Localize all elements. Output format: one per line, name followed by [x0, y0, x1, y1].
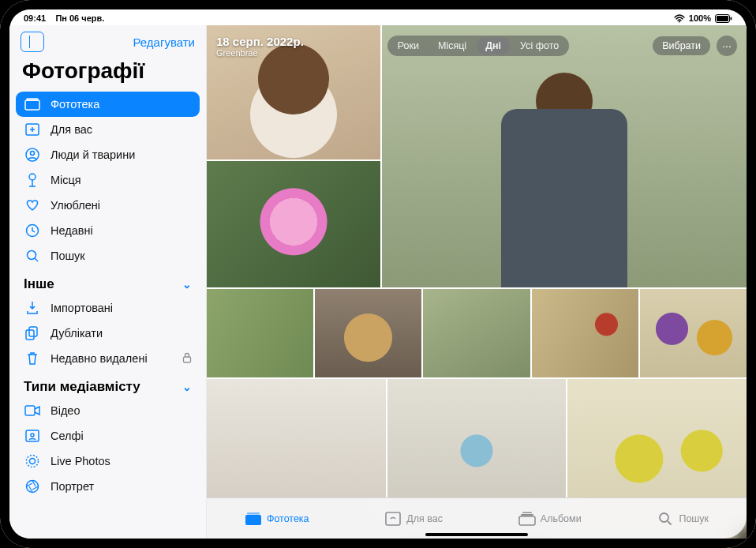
- sidebar-item-label: Недавно видалені: [51, 352, 148, 365]
- svg-rect-22: [247, 512, 260, 515]
- app-content: Редагувати Фотографії Фототека Для вас Л…: [9, 25, 747, 539]
- svg-point-17: [31, 434, 34, 437]
- section-media-label: Типи медіавмісту: [24, 379, 140, 395]
- battery-icon: [715, 14, 732, 23]
- sidebar-item-favorites[interactable]: Улюблені: [16, 193, 200, 218]
- status-left: 09:41 Пн 06 черв.: [24, 13, 104, 23]
- sidebar-item-label: Імпортовані: [51, 302, 113, 314]
- tab-albums[interactable]: Альбоми: [518, 512, 582, 526]
- segment-days[interactable]: Дні: [477, 37, 510, 54]
- svg-rect-5: [27, 99, 38, 100]
- sidebar-top: Редагувати: [9, 25, 206, 55]
- photo-thumbnail[interactable]: [207, 289, 313, 377]
- sidebar-item-selfie[interactable]: Селфі: [16, 423, 200, 449]
- sidebar-item-label: Відео: [51, 404, 80, 417]
- svg-rect-21: [245, 515, 261, 525]
- ipad-frame: 09:41 Пн 06 черв. 100% Редагувати: [0, 0, 756, 548]
- svg-rect-15: [25, 406, 35, 415]
- sidebar-item-trash[interactable]: Недавно видалені: [16, 346, 200, 371]
- sidebar-item-label: Недавні: [51, 224, 93, 237]
- svg-rect-24: [519, 516, 535, 525]
- svg-point-19: [30, 459, 36, 464]
- sidebar-item-label: Селфі: [51, 430, 84, 442]
- photo-thumbnail[interactable]: [315, 289, 421, 377]
- svg-rect-2: [717, 16, 728, 21]
- chevron-down-icon: ⌄: [182, 278, 192, 291]
- app-title: Фотографії: [9, 55, 206, 92]
- tab-label: Пошук: [679, 513, 709, 524]
- home-indicator[interactable]: [425, 533, 528, 536]
- status-bar: 09:41 Пн 06 черв. 100%: [9, 9, 747, 25]
- segment-allphotos[interactable]: Усі фото: [511, 37, 567, 54]
- section-other[interactable]: Інше ⌄: [16, 268, 200, 295]
- tab-foryou[interactable]: Для вас: [384, 512, 443, 526]
- svg-point-18: [27, 456, 39, 467]
- people-icon: [24, 148, 41, 162]
- tab-search[interactable]: Пошук: [657, 512, 709, 526]
- wifi-icon: [674, 14, 685, 23]
- photo-thumbnail[interactable]: [207, 161, 380, 287]
- photo-grid[interactable]: [207, 25, 747, 539]
- svg-rect-26: [522, 512, 532, 513]
- sidebar-item-label: Улюблені: [51, 199, 100, 212]
- sidebar-item-label: Для вас: [51, 123, 92, 136]
- sidebar-item-people[interactable]: Люди й тварини: [16, 142, 200, 167]
- sidebar-item-label: Люди й тварини: [51, 148, 135, 161]
- sidebar-toggle-button[interactable]: [21, 32, 44, 52]
- sidebar-item-label: Фототека: [51, 98, 99, 111]
- live-icon: [24, 454, 41, 468]
- select-button[interactable]: Вибрати: [653, 36, 710, 55]
- segment-years[interactable]: Роки: [389, 37, 428, 54]
- svg-rect-25: [521, 514, 533, 516]
- sidebar-item-recents[interactable]: Недавні: [16, 218, 200, 243]
- svg-rect-12: [26, 330, 34, 340]
- photo-thumbnail[interactable]: [423, 289, 530, 377]
- pin-icon: [24, 172, 41, 188]
- sidebar-item-duplicates[interactable]: Дублікати: [16, 321, 200, 346]
- grid-location: Greenbrae: [216, 48, 304, 58]
- sidebar: Редагувати Фотографії Фототека Для вас Л…: [9, 25, 207, 539]
- svg-point-9: [29, 174, 36, 180]
- photo-thumbnail[interactable]: [532, 289, 638, 377]
- library-icon: [245, 512, 262, 526]
- svg-point-20: [27, 481, 39, 493]
- sidebar-item-library[interactable]: Фототека: [16, 92, 200, 117]
- sidebar-item-imported[interactable]: Імпортовані: [16, 295, 200, 321]
- battery-percent: 100%: [689, 13, 711, 23]
- date-location-block[interactable]: 18 серп. 2022р. Greenbrae: [216, 35, 304, 58]
- tab-library[interactable]: Фототека: [245, 512, 309, 526]
- view-segmented-control[interactable]: Роки Місяці Дні Усі фото: [387, 36, 569, 56]
- library-icon: [24, 98, 41, 111]
- svg-point-27: [660, 513, 668, 522]
- sidebar-item-foryou[interactable]: Для вас: [16, 117, 200, 142]
- search-icon: [657, 512, 674, 526]
- sidebar-item-label: Місця: [51, 174, 81, 186]
- sidebar-item-label: Пошук: [51, 250, 85, 262]
- grid-header: 18 серп. 2022р. Greenbrae Роки Місяці Дн…: [216, 30, 737, 62]
- section-other-label: Інше: [24, 276, 54, 292]
- sidebar-item-label: Портрет: [51, 480, 94, 493]
- lock-icon: [182, 352, 192, 366]
- edit-button[interactable]: Редагувати: [133, 36, 196, 49]
- sidebar-item-live[interactable]: Live Photos: [16, 449, 200, 474]
- sidebar-item-search[interactable]: Пошук: [16, 243, 200, 268]
- more-button[interactable]: ···: [717, 36, 737, 56]
- albums-icon: [518, 512, 536, 526]
- svg-rect-4: [25, 100, 39, 110]
- selfie-icon: [24, 430, 41, 442]
- svg-rect-14: [184, 357, 191, 362]
- copy-icon: [24, 326, 41, 340]
- tab-label: Фототека: [267, 513, 309, 524]
- foryou-icon: [384, 512, 402, 526]
- chevron-down-icon: ⌄: [182, 381, 192, 393]
- photo-hero[interactable]: [382, 25, 747, 287]
- photo-thumbnail[interactable]: [640, 289, 747, 377]
- sidebar-item-places[interactable]: Місця: [16, 167, 200, 193]
- sidebar-item-portrait[interactable]: Портрет: [16, 474, 200, 499]
- trash-icon: [24, 351, 41, 366]
- sidebar-item-video[interactable]: Відео: [16, 398, 200, 423]
- sidebar-nav[interactable]: Фототека Для вас Люди й тварини Місця: [9, 92, 206, 539]
- segment-months[interactable]: Місяці: [429, 37, 475, 54]
- section-media[interactable]: Типи медіавмісту ⌄: [16, 371, 200, 398]
- svg-point-0: [679, 21, 680, 22]
